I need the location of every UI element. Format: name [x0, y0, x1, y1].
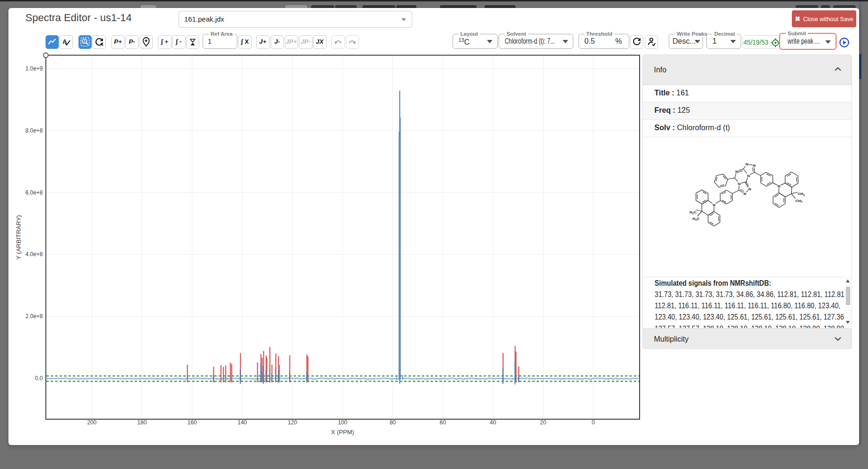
svg-text:80: 80 — [390, 419, 396, 426]
svg-text:N: N — [738, 182, 741, 186]
svg-text:N: N — [743, 192, 746, 196]
svg-text:N: N — [778, 184, 781, 188]
svg-text:1.0e+9: 1.0e+9 — [25, 65, 43, 72]
svg-text:160: 160 — [188, 419, 197, 426]
svg-text:200: 200 — [87, 419, 96, 426]
svg-text:0.0: 0.0 — [35, 375, 43, 382]
svg-text:Y (ARBITRARY): Y (ARBITRARY) — [15, 215, 22, 260]
svg-text:180: 180 — [137, 419, 147, 426]
svg-text:0: 0 — [592, 419, 595, 426]
svg-text:N: N — [747, 174, 750, 178]
svg-text:N: N — [712, 203, 715, 207]
svg-text:N: N — [753, 164, 756, 168]
svg-text:40: 40 — [490, 419, 496, 426]
svg-text:2.0e+8: 2.0e+8 — [25, 313, 43, 320]
svg-text:4.0e+8: 4.0e+8 — [25, 251, 43, 258]
svg-text:6.0e+8: 6.0e+8 — [25, 189, 43, 196]
svg-text:100: 100 — [338, 419, 347, 426]
svg-text:8.0e+8: 8.0e+8 — [25, 127, 43, 134]
svg-text:60: 60 — [440, 419, 446, 426]
svg-text:140: 140 — [237, 419, 247, 426]
svg-text:N: N — [749, 187, 751, 191]
svg-text:20: 20 — [540, 419, 547, 426]
svg-text:X (PPM): X (PPM) — [331, 429, 354, 436]
svg-text:N: N — [735, 170, 738, 174]
svg-text:120: 120 — [288, 419, 297, 426]
svg-text:N: N — [746, 162, 749, 166]
